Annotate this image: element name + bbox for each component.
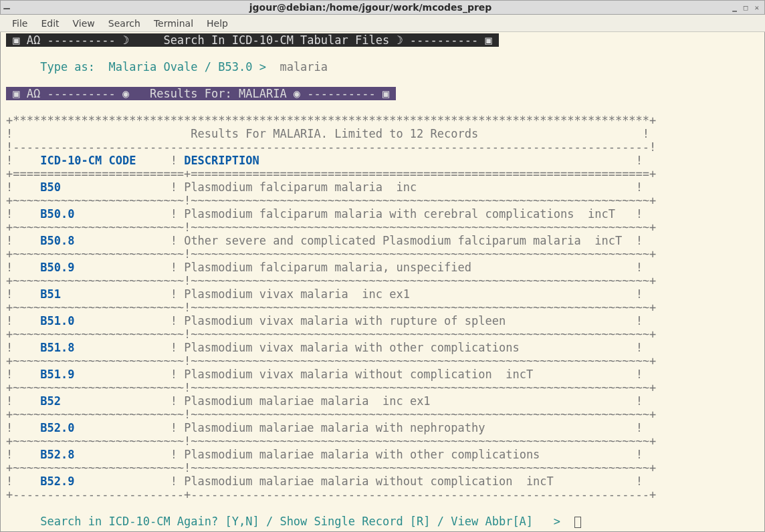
search-input-value[interactable]: malaria: [280, 60, 328, 74]
menu-help[interactable]: Help: [201, 17, 233, 30]
table-row-desc: Plasmodium malariae malaria inc ex1: [184, 394, 636, 408]
window-titlebar: – jgour@debian:/home/jgour/work/mcodes_p…: [0, 0, 765, 15]
table-row-code: B51: [40, 287, 170, 301]
footer-prompt[interactable]: Search in ICD-10-CM Again? [Y,N] / Show …: [6, 515, 574, 528]
table-row-separator: +~~~~~~~~~~~~~~~~~~~~~~~~~!~~~~~~~~~~~~~…: [6, 434, 656, 448]
table-row-desc: Plasmodium falciparum malaria with cereb…: [184, 207, 636, 221]
table-row-separator: +~~~~~~~~~~~~~~~~~~~~~~~~~!~~~~~~~~~~~~~…: [6, 461, 656, 475]
table-row-code: B52.0: [40, 421, 170, 434]
menu-terminal[interactable]: Terminal: [148, 17, 199, 30]
table-row-desc: Plasmodium malariae malaria with other c…: [184, 448, 636, 461]
window-menu-icon[interactable]: –: [1, 1, 10, 14]
menu-edit[interactable]: Edit: [35, 17, 64, 30]
terminal-area[interactable]: ▣ AΩ ---------- ☽ Search In ICD-10-CM Ta…: [0, 32, 765, 532]
table-row-separator: +~~~~~~~~~~~~~~~~~~~~~~~~~!~~~~~~~~~~~~~…: [6, 408, 656, 421]
search-header-bar: ▣ AΩ ---------- ☽ Search In ICD-10-CM Ta…: [6, 33, 499, 47]
table-row-separator: +~~~~~~~~~~~~~~~~~~~~~~~~~!~~~~~~~~~~~~~…: [6, 381, 656, 394]
menu-file[interactable]: File: [7, 17, 33, 30]
table-row-code: B50.9: [40, 261, 170, 274]
table-row-desc: Plasmodium falciparum malaria inc: [184, 180, 636, 194]
minimize-icon[interactable]: ▁: [731, 3, 738, 12]
menu-bar: File Edit View Search Terminal Help: [0, 15, 765, 32]
results-caption: Results For MALARIA. Limited to 12 Recor…: [19, 127, 642, 140]
table-row-code: B52: [40, 394, 170, 408]
close-icon[interactable]: ✕: [753, 3, 760, 12]
table-row-desc: Plasmodium vivax malaria inc ex1: [184, 287, 636, 301]
table-row-separator: +~~~~~~~~~~~~~~~~~~~~~~~~~!~~~~~~~~~~~~~…: [6, 354, 656, 368]
table-row-separator: +~~~~~~~~~~~~~~~~~~~~~~~~~!~~~~~~~~~~~~~…: [6, 274, 656, 287]
table-row-desc: Plasmodium vivax malaria without complic…: [184, 368, 636, 381]
cursor-icon: [574, 517, 581, 528]
table-border: +=========================+=============…: [6, 167, 656, 180]
maximize-icon[interactable]: □: [742, 3, 750, 12]
table-row-separator: +~~~~~~~~~~~~~~~~~~~~~~~~~!~~~~~~~~~~~~~…: [6, 194, 656, 207]
table-row-desc: Plasmodium malariae malaria without comp…: [184, 475, 636, 488]
table-border: +***************************************…: [6, 114, 656, 127]
menu-view[interactable]: View: [68, 17, 100, 30]
table-border: +-------------------------+-------------…: [6, 488, 656, 501]
table-row-code: B51.9: [40, 368, 170, 381]
table-row-code: B52.8: [40, 448, 170, 461]
table-row-code: B50.8: [40, 234, 170, 247]
table-row-separator: +~~~~~~~~~~~~~~~~~~~~~~~~~!~~~~~~~~~~~~~…: [6, 247, 656, 261]
table-row-code: B51.8: [40, 341, 170, 354]
prompt-label: Type as: Malaria Ovale / B53.0 >: [6, 60, 280, 74]
table-row-desc: Plasmodium vivax malaria with other comp…: [184, 341, 636, 354]
table-border: !---------------------------------------…: [6, 140, 656, 154]
table-row-desc: Plasmodium malariae malaria with nephrop…: [184, 421, 636, 434]
table-row-code: B52.9: [40, 475, 170, 488]
table-row-code: B50.0: [40, 207, 170, 221]
table-row-desc: Plasmodium falciparum malaria, unspecifi…: [184, 261, 636, 274]
results-header-bar: ▣ AΩ ---------- ◉ Results For: MALARIA ◉…: [6, 87, 396, 100]
menu-search[interactable]: Search: [103, 17, 146, 30]
table-row-separator: +~~~~~~~~~~~~~~~~~~~~~~~~~!~~~~~~~~~~~~~…: [6, 221, 656, 234]
table-row-desc: Plasmodium vivax malaria with rupture of…: [184, 314, 636, 327]
table-row-desc: Other severe and complicated Plasmodium …: [184, 234, 636, 247]
col-header-code: ICD-10-CM CODE: [40, 154, 136, 167]
table-row-code: B51.0: [40, 314, 170, 327]
window-title: jgour@debian:/home/jgour/work/mcodes_pre…: [10, 2, 731, 13]
table-row-separator: +~~~~~~~~~~~~~~~~~~~~~~~~~!~~~~~~~~~~~~~…: [6, 301, 656, 314]
table-row-code: B50: [40, 180, 170, 194]
table-row-separator: +~~~~~~~~~~~~~~~~~~~~~~~~~!~~~~~~~~~~~~~…: [6, 327, 656, 341]
col-header-desc: DESCRIPTION: [184, 154, 636, 167]
